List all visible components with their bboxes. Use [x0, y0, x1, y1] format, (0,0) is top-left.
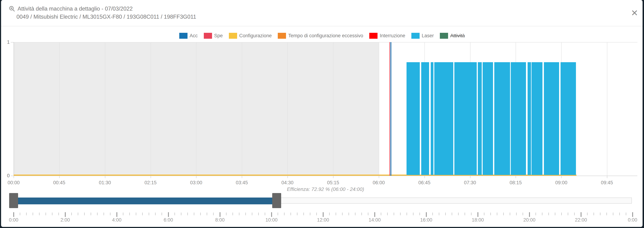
time-axis-minor-tick [226, 212, 226, 215]
time-axis-minor-tick [561, 212, 562, 215]
time-axis-minor-tick [510, 212, 510, 215]
time-axis-minor-tick [406, 212, 407, 215]
time-axis-minor-tick [329, 212, 330, 215]
time-axis-minor-tick [46, 212, 46, 215]
time-axis-minor-tick [420, 212, 420, 215]
time-axis-minor-tick [413, 212, 414, 215]
time-axis-minor-tick [84, 212, 85, 215]
time-axis-minor-tick [368, 212, 368, 215]
time-axis-major-tick [168, 212, 169, 217]
time-axis-major-tick [478, 212, 478, 217]
time-axis-minor-tick [626, 212, 626, 215]
time-axis-major-tick [529, 212, 530, 217]
time-axis-minor-tick [52, 212, 52, 215]
time-axis-minor-tick [516, 212, 517, 215]
range-selected-window[interactable] [14, 197, 277, 204]
time-axis-minor-tick [536, 212, 536, 215]
time-axis-minor-tick [104, 212, 104, 215]
time-axis-label: 22:00 [568, 217, 594, 223]
time-axis-minor-tick [26, 212, 27, 215]
time-axis-minor-tick [606, 212, 607, 215]
time-axis-minor-tick [97, 212, 98, 215]
time-axis-minor-tick [110, 212, 110, 215]
time-axis-minor-tick [232, 212, 233, 215]
time-axis-label: 10:00 [259, 217, 284, 223]
time-axis-minor-tick [400, 212, 400, 215]
time-axis-label: 8:00 [208, 217, 232, 223]
time-axis-major-tick [220, 212, 220, 217]
time-axis-minor-tick [239, 212, 240, 215]
range-handle-left[interactable] [9, 193, 18, 208]
time-axis-minor-tick [542, 212, 542, 215]
time-axis-minor-tick [252, 212, 252, 215]
time-axis-major-tick [65, 212, 66, 217]
time-axis-label: 14:00 [362, 217, 387, 223]
time-axis-minor-tick [600, 212, 600, 215]
time-axis-minor-tick [619, 212, 620, 215]
range-selector: 0:002:004:006:008:0010:0012:0014:0016:00… [0, 0, 644, 228]
time-axis-minor-tick [142, 212, 143, 215]
time-axis-major-tick [116, 212, 117, 217]
time-axis-minor-tick [587, 212, 588, 215]
time-axis-minor-tick [432, 212, 433, 215]
time-axis-minor-tick [290, 212, 291, 215]
time-axis-minor-tick [284, 212, 284, 215]
time-axis-minor-tick [71, 212, 72, 215]
time-axis-minor-tick [362, 212, 362, 215]
time-axis-label: 4:00 [104, 217, 129, 223]
time-axis-label: 6:00 [156, 217, 181, 223]
time-axis-minor-tick [342, 212, 342, 215]
time-axis-label: 12:00 [310, 217, 336, 223]
time-axis-minor-tick [20, 212, 20, 215]
time-axis-label: 16:00 [414, 217, 439, 223]
time-axis-minor-tick [394, 212, 394, 215]
time-axis-minor-tick [207, 212, 207, 215]
time-axis-major-tick [632, 212, 633, 217]
time-axis-major-tick [580, 212, 582, 217]
time-axis-minor-tick [258, 212, 259, 215]
time-axis-minor-tick [123, 212, 124, 215]
time-axis-minor-tick [129, 212, 130, 215]
time-axis-minor-tick [265, 212, 265, 215]
time-axis-minor-tick [39, 212, 40, 215]
time-axis-minor-tick [452, 212, 452, 215]
time-axis-major-tick [13, 212, 14, 217]
time-axis-minor-tick [58, 212, 59, 215]
time-axis-minor-tick [387, 212, 388, 215]
time-axis-label: 0:00 [620, 217, 644, 223]
time-axis-major-tick [323, 212, 324, 217]
time-axis-minor-tick [162, 212, 162, 215]
time-axis-minor-tick [278, 212, 278, 215]
time-axis-minor-tick [490, 212, 491, 215]
time-axis-label: 2:00 [53, 217, 78, 223]
time-axis-minor-tick [316, 212, 317, 215]
time-axis-minor-tick [245, 212, 246, 215]
time-axis-minor-tick [381, 212, 381, 215]
time-axis-minor-tick [471, 212, 472, 215]
time-axis-minor-tick [439, 212, 439, 215]
time-axis-minor-tick [297, 212, 298, 215]
time-axis-minor-tick [174, 212, 175, 215]
time-axis-minor-tick [464, 212, 465, 215]
time-axis-minor-tick [503, 212, 504, 215]
time-axis-minor-tick [497, 212, 497, 215]
time-axis-minor-tick [310, 212, 310, 215]
time-axis-minor-tick [555, 212, 555, 215]
time-axis-minor-tick [348, 212, 349, 215]
time-axis-minor-tick [32, 212, 33, 215]
time-axis-minor-tick [355, 212, 356, 215]
time-axis-minor-tick [303, 212, 304, 215]
time-axis-label: 18:00 [465, 217, 490, 223]
time-axis-minor-tick [458, 212, 459, 215]
time-axis-minor-tick [522, 212, 523, 215]
time-axis-minor-tick [136, 212, 136, 215]
time-axis-minor-tick [149, 212, 149, 215]
time-axis-minor-tick [78, 212, 78, 215]
time-axis-minor-tick [574, 212, 575, 215]
time-axis-minor-tick [613, 212, 614, 215]
time-axis-major-tick [426, 212, 427, 217]
time-axis-minor-tick [187, 212, 188, 215]
time-axis-minor-tick [336, 212, 336, 215]
range-handle-right[interactable] [272, 193, 281, 208]
time-axis-major-tick [374, 212, 375, 217]
